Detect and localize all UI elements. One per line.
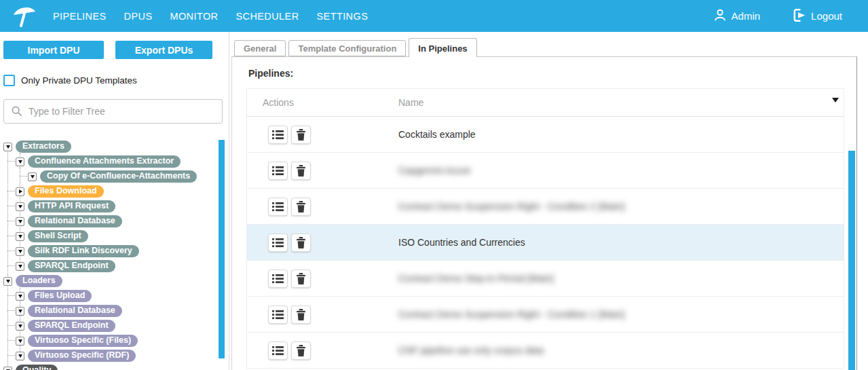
tree-item-label[interactable]: Relational Database	[28, 305, 122, 317]
list-icon	[272, 310, 284, 320]
caret-down-icon[interactable]	[16, 322, 24, 331]
tree-item-label[interactable]: Files Download	[28, 185, 104, 198]
tree-item-label[interactable]: Loaders	[16, 275, 62, 287]
pipeline-detail-button[interactable]	[268, 270, 288, 288]
tree-item-loaders[interactable]: Loaders	[3, 275, 62, 287]
tree-item-label[interactable]: Virtuoso Specific (Files)	[28, 335, 138, 347]
pipeline-detail-button[interactable]	[268, 234, 288, 252]
pipelines-section-title: Pipelines:	[248, 68, 293, 79]
tree-item-confluence-attachments-extractor[interactable]: Confluence Attachments Extractor	[16, 155, 181, 168]
caret-down-icon[interactable]	[16, 232, 24, 241]
tree-item-sparql-endpoint-extractor[interactable]: SPARQL Endpoint	[16, 260, 115, 272]
tree-item-shell-script[interactable]: Shell Script	[16, 230, 88, 242]
pipeline-detail-button[interactable]	[268, 198, 288, 216]
pipeline-delete-button[interactable]	[291, 198, 311, 216]
caret-right-icon[interactable]	[16, 187, 24, 196]
caret-down-icon[interactable]	[16, 337, 24, 346]
tree-item-label[interactable]: Silk RDF Link Discovery	[28, 245, 139, 257]
pipeline-delete-button[interactable]	[291, 234, 311, 252]
tree-item-label[interactable]: Quality	[16, 365, 58, 370]
pipeline-name: Capgemini Azure	[398, 165, 471, 176]
user-icon	[713, 7, 728, 24]
pipeline-delete-button[interactable]	[291, 306, 311, 324]
tree-item-label[interactable]: Files Upload	[28, 290, 92, 302]
column-selector-icon[interactable]	[832, 98, 839, 106]
trash-icon	[296, 129, 306, 141]
caret-down-icon[interactable]	[16, 292, 24, 301]
trash-icon	[296, 237, 306, 248]
trash-icon	[296, 201, 306, 212]
tree-item-virtuoso-specific-rdf[interactable]: Virtuoso Specific (RDF)	[16, 350, 136, 362]
tree-item-label[interactable]: Shell Script	[28, 230, 88, 242]
tree-item-label[interactable]: Copy Of e-Confluence-Attachments	[40, 170, 197, 183]
tree-scrollbar[interactable]	[219, 140, 225, 358]
table-row[interactable]: Contract Demo Suspension Right - Conditi…	[247, 297, 844, 333]
table-row[interactable]: Capgemini Azure	[247, 153, 844, 189]
nav-dpus[interactable]: DPUS	[124, 11, 153, 22]
pipeline-delete-button[interactable]	[291, 162, 311, 180]
trash-icon	[296, 273, 306, 284]
pipelines-table: Actions Name Cocktails example	[246, 88, 844, 369]
table-row[interactable]: Contract Demo Suspension Right - Conditi…	[247, 189, 844, 225]
tree-item-files-download[interactable]: Files Download	[16, 185, 104, 198]
tree-item-copy-of-e-confluence-attachments[interactable]: Copy Of e-Confluence-Attachments	[28, 170, 197, 183]
tree-item-label[interactable]: SPARQL Endpoint	[28, 320, 115, 332]
caret-down-icon[interactable]	[3, 143, 12, 151]
caret-down-icon[interactable]	[28, 172, 37, 181]
pipeline-delete-button[interactable]	[291, 126, 311, 144]
pipeline-delete-button[interactable]	[291, 270, 311, 288]
user-area: Admin Logout	[713, 7, 868, 25]
nav-scheduler[interactable]: SCHEDULER	[235, 11, 299, 22]
table-row[interactable]: Cocktails example	[247, 117, 844, 153]
trash-icon	[296, 309, 306, 320]
caret-down-icon[interactable]	[16, 262, 24, 271]
logout-button[interactable]: Logout	[791, 7, 842, 25]
tab-general[interactable]: General	[234, 40, 286, 56]
list-icon	[272, 238, 284, 248]
tree-item-files-upload[interactable]: Files Upload	[16, 290, 92, 302]
admin-user-button[interactable]: Admin	[713, 7, 761, 24]
caret-down-icon[interactable]	[16, 158, 24, 166]
caret-down-icon[interactable]	[16, 202, 24, 211]
caret-down-icon[interactable]	[16, 352, 24, 360]
tree-item-silk-rdf-link-discovery[interactable]: Silk RDF Link Discovery	[16, 245, 139, 257]
tree-item-sparql-endpoint-loader[interactable]: SPARQL Endpoint	[16, 320, 115, 332]
table-row[interactable]: CNF pipeline use only corpus data	[247, 333, 844, 369]
nav-monitor[interactable]: MONITOR	[170, 11, 218, 22]
column-header-name: Name	[398, 97, 423, 108]
main-menu: PIPELINES DPUS MONITOR SCHEDULER SETTING…	[53, 11, 368, 22]
caret-down-icon[interactable]	[3, 277, 12, 286]
pipeline-detail-button[interactable]	[268, 126, 288, 144]
caret-down-icon[interactable]	[16, 307, 24, 316]
nav-settings[interactable]: SETTINGS	[317, 11, 369, 22]
pipeline-detail-button[interactable]	[268, 162, 288, 180]
table-scrollbar[interactable]	[848, 151, 855, 370]
caret-down-icon[interactable]	[16, 247, 24, 256]
umbrella-logo-icon[interactable]	[12, 4, 37, 29]
user-label: Admin	[732, 10, 761, 22]
tree-guide-line	[7, 149, 8, 370]
table-row[interactable]: Contract Demo Step-in Period [Main]	[247, 261, 844, 297]
pipeline-delete-button[interactable]	[291, 341, 311, 360]
tree-item-relational-database-loader[interactable]: Relational Database	[16, 305, 122, 317]
tab-in-pipelines[interactable]: In Pipelines	[409, 38, 476, 57]
tree-item-label[interactable]: Confluence Attachments Extractor	[28, 155, 181, 168]
tree-item-quality[interactable]: Quality	[3, 365, 58, 370]
tree-item-label[interactable]: Virtuoso Specific (RDF)	[28, 350, 136, 362]
tree-item-label[interactable]: Relational Database	[28, 215, 122, 227]
caret-down-icon[interactable]	[3, 367, 12, 370]
tree-item-label[interactable]: SPARQL Endpoint	[28, 260, 115, 272]
tree-item-label[interactable]: Extractors	[16, 141, 71, 153]
tree-item-label[interactable]: HTTP API Request	[28, 200, 115, 212]
pipeline-name: Contract Demo Step-in Period [Main]	[398, 273, 554, 284]
table-row-selected[interactable]: ISO Countries and Currencies	[247, 225, 844, 261]
pipeline-detail-button[interactable]	[268, 341, 288, 360]
tree-item-extractors[interactable]: Extractors	[3, 141, 71, 153]
tab-template-configuration[interactable]: Template Configuration	[288, 40, 406, 56]
nav-pipelines[interactable]: PIPELINES	[53, 11, 107, 22]
tree-item-http-api-request[interactable]: HTTP API Request	[16, 200, 115, 212]
pipeline-detail-button[interactable]	[268, 306, 288, 324]
tree-item-virtuoso-specific-files[interactable]: Virtuoso Specific (Files)	[16, 335, 138, 347]
tree-item-relational-database-extractor[interactable]: Relational Database	[16, 215, 122, 227]
caret-down-icon[interactable]	[16, 217, 24, 226]
